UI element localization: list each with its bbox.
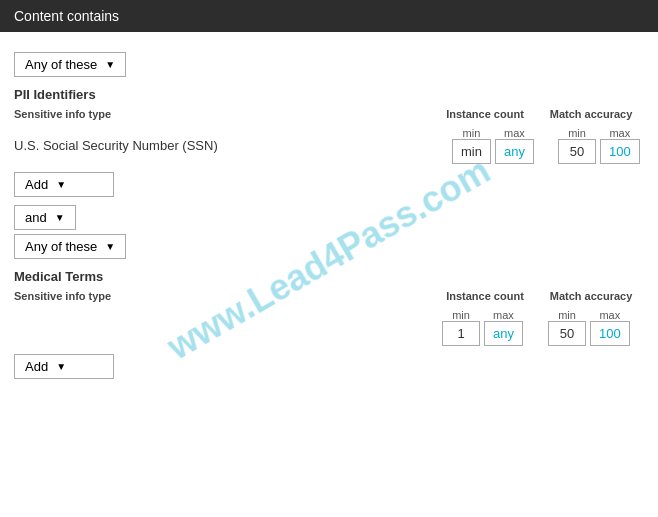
- pii-sensitive-col-header: Sensitive info type: [14, 108, 111, 120]
- medical-accuracy-max-col: max 100: [590, 309, 630, 346]
- medical-accuracy-count: min 50 max 100: [548, 309, 634, 346]
- medical-instance-min-col: min 1: [442, 309, 480, 346]
- pii-section: PII Identifiers Sensitive info type Inst…: [14, 87, 644, 197]
- medical-instance-min-box[interactable]: 1: [442, 321, 480, 346]
- pii-accuracy-max-label: max: [609, 127, 630, 139]
- medical-data-row: min 1 max any min 50 max 100: [14, 309, 644, 346]
- header-title: Content contains: [14, 8, 119, 24]
- pii-instance-min-label: min: [463, 127, 481, 139]
- pii-instance-max-label: max: [504, 127, 525, 139]
- top-any-dropdown-label: Any of these: [25, 57, 97, 72]
- medical-add-dropdown[interactable]: Add ▼: [14, 354, 114, 379]
- section2-any-arrow: ▼: [105, 241, 115, 252]
- medical-instance-max-col: max any: [484, 309, 523, 346]
- pii-accuracy-min-label: min: [568, 127, 586, 139]
- top-any-dropdown-container: Any of these ▼: [14, 52, 644, 77]
- pii-add-arrow: ▼: [56, 179, 66, 190]
- pii-accuracy-max-col: max 100: [600, 127, 640, 164]
- medical-accuracy-col-header: Match accuracy: [550, 290, 633, 302]
- pii-instance-min-col: min min: [452, 127, 491, 164]
- pii-accuracy-count: min 50 max 100: [558, 127, 644, 164]
- medical-instance-max-label: max: [493, 309, 514, 321]
- and-dropdown[interactable]: and ▼: [14, 205, 76, 230]
- pii-accuracy-max-box[interactable]: 100: [600, 139, 640, 164]
- medical-section: Any of these ▼ Medical Terms Sensitive i…: [14, 234, 644, 379]
- medical-instance-count: min 1 max any: [442, 309, 528, 346]
- medical-instance-col-header: Instance count: [446, 290, 524, 302]
- pii-instance-min-box[interactable]: min: [452, 139, 491, 164]
- pii-section-title: PII Identifiers: [14, 87, 644, 102]
- medical-add-arrow: ▼: [56, 361, 66, 372]
- content-contains-header: Content contains: [0, 0, 658, 32]
- section2-any-dropdown-container: Any of these ▼: [14, 234, 644, 259]
- medical-instance-min-label: min: [452, 309, 470, 321]
- pii-instance-max-col: max any: [495, 127, 534, 164]
- and-section: and ▼: [14, 205, 644, 230]
- and-arrow: ▼: [55, 212, 65, 223]
- top-any-dropdown-arrow: ▼: [105, 59, 115, 70]
- pii-accuracy-col-header: Match accuracy: [550, 108, 633, 120]
- pii-add-label: Add: [25, 177, 48, 192]
- pii-instance-max-box[interactable]: any: [495, 139, 534, 164]
- medical-accuracy-max-label: max: [599, 309, 620, 321]
- pii-instance-col-header: Instance count: [446, 108, 524, 120]
- ssn-row: U.S. Social Security Number (SSN) min mi…: [14, 127, 644, 164]
- pii-instance-count: min min max any: [452, 127, 538, 164]
- pii-accuracy-min-col: min 50: [558, 127, 596, 164]
- medical-accuracy-min-box[interactable]: 50: [548, 321, 586, 346]
- pii-add-dropdown[interactable]: Add ▼: [14, 172, 114, 197]
- medical-add-label: Add: [25, 359, 48, 374]
- pii-add-dropdown-container: Add ▼: [14, 172, 644, 197]
- ssn-label: U.S. Social Security Number (SSN): [14, 138, 432, 153]
- medical-instance-max-box[interactable]: any: [484, 321, 523, 346]
- section2-any-dropdown[interactable]: Any of these ▼: [14, 234, 126, 259]
- top-any-dropdown[interactable]: Any of these ▼: [14, 52, 126, 77]
- and-label: and: [25, 210, 47, 225]
- section2-any-label: Any of these: [25, 239, 97, 254]
- medical-accuracy-max-box[interactable]: 100: [590, 321, 630, 346]
- medical-sensitive-col-header: Sensitive info type: [14, 290, 111, 302]
- medical-accuracy-min-label: min: [558, 309, 576, 321]
- medical-section-title: Medical Terms: [14, 269, 644, 284]
- pii-accuracy-min-box[interactable]: 50: [558, 139, 596, 164]
- medical-accuracy-min-col: min 50: [548, 309, 586, 346]
- medical-add-dropdown-container: Add ▼: [14, 354, 644, 379]
